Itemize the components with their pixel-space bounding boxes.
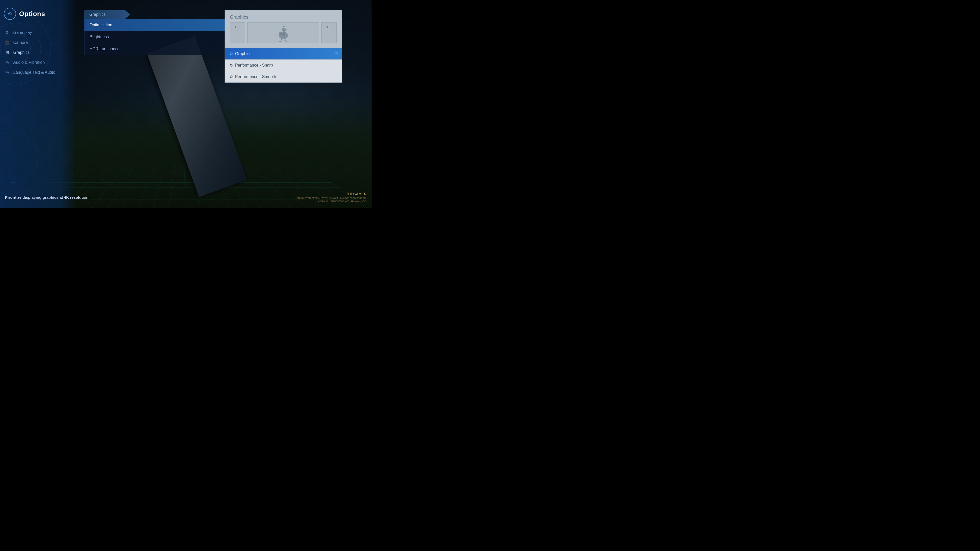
sidebar-item-audio[interactable]: ◎ Audio & Vibration: [0, 57, 76, 67]
dropdown-option-sharp-label: Performance - Sharp: [235, 63, 273, 68]
preview-max-value: 10: [321, 22, 337, 43]
svg-point-3: [284, 29, 285, 30]
dropdown-header-title: Graphics: [230, 14, 337, 20]
svg-point-2: [282, 28, 286, 32]
min-value-text: 0: [234, 25, 236, 29]
main-content: Graphics Optimization Brightness HDR Lum…: [76, 0, 372, 208]
radio-indicator-graphics: [334, 52, 338, 56]
language-icon: ◎: [5, 70, 10, 75]
camera-icon: 🎥: [5, 40, 10, 45]
watermark: THEGAMER CHARACTER DESIGN: TETSUYA NOMUR…: [297, 192, 366, 203]
panel-item-optimization[interactable]: Optimization: [84, 19, 232, 31]
sidebar-item-gameplay[interactable]: ⚙ Gameplay: [0, 27, 76, 38]
chocobo-icon: [273, 24, 293, 42]
dropdown-option-graphics[interactable]: Graphics: [225, 48, 342, 59]
panel-body: Optimization Brightness HDR Luminance: [84, 19, 232, 55]
sidebar-item-camera[interactable]: 🎥 Camera: [0, 38, 76, 48]
status-text: Prioritize displaying graphics at 4K res…: [5, 195, 89, 200]
watermark-line2: LOGO ILLUSTRATION © YOSHITAKA AMANO: [297, 200, 366, 203]
option-dot-sharp: [230, 64, 232, 67]
sidebar-label-graphics: Graphics: [13, 50, 30, 55]
watermark-brand: THEGAMER: [297, 192, 366, 197]
dropdown-panel: Graphics 0: [224, 10, 342, 83]
dropdown-option-performance-sharp[interactable]: Performance - Sharp: [225, 59, 342, 71]
panel-item-brightness-label: Brightness: [89, 35, 109, 39]
preview-bird-illustration: [247, 22, 319, 43]
panel-item-optimization-label: Optimization: [89, 23, 112, 27]
svg-line-5: [285, 39, 286, 41]
dropdown-option-performance-smooth[interactable]: Performance - Smooth: [225, 71, 342, 83]
panel-item-hdr[interactable]: HDR Luminance: [84, 43, 232, 55]
panel-header-title: Graphics: [89, 12, 106, 17]
sidebar-label-audio: Audio & Vibration: [13, 60, 45, 65]
audio-icon: ◎: [5, 60, 10, 65]
watermark-line1: CHARACTER DESIGN: TETSUYA NOMURA / ROBER…: [297, 197, 366, 200]
sidebar-label-camera: Camera: [13, 40, 28, 45]
panel-item-brightness[interactable]: Brightness: [84, 31, 232, 43]
graphics-icon: ⊞: [5, 50, 10, 55]
option-dot-smooth: [230, 76, 232, 78]
option-dot-graphics: [230, 52, 232, 55]
graphics-settings-panel: Graphics Optimization Brightness HDR Lum…: [84, 10, 232, 55]
svg-line-4: [281, 39, 282, 41]
dropdown-header: Graphics 0: [225, 11, 342, 48]
sidebar: ⚙ Options ⚙ Gameplay 🎥 Camera ⊞ Graphics…: [0, 0, 76, 208]
sidebar-item-language[interactable]: ◎ Language Text & Audio: [0, 67, 76, 77]
status-bar: Prioritize displaying graphics at 4K res…: [5, 192, 366, 203]
gameplay-icon: ⚙: [5, 30, 10, 35]
panel-header-tab: Graphics: [84, 10, 130, 19]
dropdown-preview: 0: [230, 22, 337, 43]
sidebar-item-graphics[interactable]: ⊞ Graphics: [0, 48, 76, 57]
dropdown-option-smooth-label: Performance - Smooth: [235, 75, 276, 79]
max-value-text: 10: [325, 25, 329, 29]
dropdown-option-graphics-label: Graphics: [235, 52, 251, 56]
preview-min-value: 0: [230, 22, 245, 43]
sidebar-label-language: Language Text & Audio: [13, 70, 55, 75]
panel-item-hdr-label: HDR Luminance: [89, 47, 119, 51]
sidebar-label-gameplay: Gameplay: [13, 30, 32, 35]
